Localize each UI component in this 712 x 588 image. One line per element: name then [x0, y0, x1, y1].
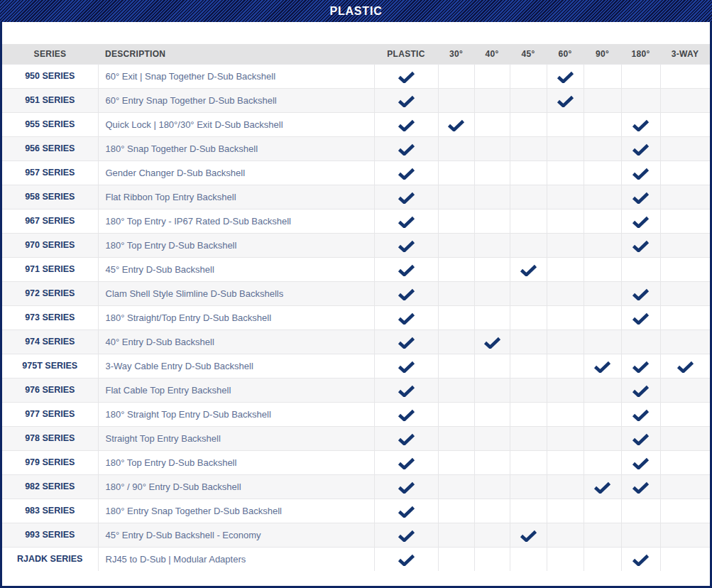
check-cell-3way [660, 474, 710, 499]
check-icon [593, 481, 611, 494]
table-row: 978 SERIESStraight Top Entry Backshell [2, 426, 710, 450]
check-cell-90deg [584, 378, 621, 402]
check-cell-90deg [584, 209, 621, 233]
check-cell-90deg [584, 402, 621, 426]
check-cell-40deg [474, 209, 510, 233]
check-cell-180deg [621, 257, 660, 281]
series-description: 40° Entry D-Sub Backshell [98, 330, 374, 354]
col-header-40deg: 40° [474, 44, 510, 64]
check-cell-60deg [547, 499, 584, 523]
check-cell-45deg [510, 450, 547, 474]
col-header-90deg: 90° [584, 44, 621, 64]
check-icon [398, 554, 415, 566]
check-cell-60deg [547, 523, 584, 547]
check-cell-60deg [547, 450, 584, 474]
series-link[interactable]: 958 SERIES [2, 185, 98, 209]
check-cell-plastic [374, 378, 438, 402]
check-cell-180deg [621, 523, 660, 547]
series-description: 180° Entry Snap Together D-Sub Backshell [98, 499, 374, 523]
series-link[interactable]: 983 SERIES [2, 499, 98, 523]
series-link[interactable]: 967 SERIES [2, 209, 98, 233]
check-cell-30deg [438, 281, 474, 305]
check-cell-180deg [621, 185, 660, 209]
series-link[interactable]: 978 SERIES [2, 426, 98, 450]
check-icon [398, 95, 415, 107]
check-cell-3way [660, 547, 710, 571]
series-link[interactable]: 977 SERIES [2, 402, 98, 426]
check-icon [398, 409, 415, 421]
series-description: 180° / 90° Entry D-Sub Backshell [98, 474, 374, 499]
table-row: 970 SERIES180° Top Entry D-Sub Backshell [2, 233, 710, 257]
check-cell-40deg [474, 185, 510, 209]
col-header-60deg: 60° [547, 44, 584, 64]
table-row: 977 SERIES180° Straight Top Entry D-Sub … [2, 402, 710, 426]
check-cell-90deg [584, 330, 621, 354]
series-link[interactable]: 972 SERIES [2, 281, 98, 305]
check-cell-3way [660, 160, 710, 185]
check-cell-3way [660, 136, 710, 160]
series-description: 3-Way Cable Entry D-Sub Backshell [98, 354, 374, 378]
series-link[interactable]: 993 SERIES [2, 523, 98, 547]
check-cell-180deg [621, 136, 660, 160]
series-link[interactable]: 979 SERIES [2, 450, 98, 474]
series-link[interactable]: 975T SERIES [2, 354, 98, 378]
check-cell-30deg [438, 160, 474, 185]
check-cell-30deg [438, 378, 474, 402]
check-icon [632, 409, 650, 421]
series-link[interactable]: 982 SERIES [2, 474, 98, 499]
check-cell-60deg [547, 426, 584, 450]
series-description: 180° Top Entry D-Sub Backshell [98, 450, 374, 474]
check-cell-90deg [584, 112, 621, 136]
check-icon [632, 143, 650, 156]
check-icon [632, 457, 650, 469]
check-cell-40deg [474, 257, 510, 281]
check-icon [632, 385, 650, 397]
col-header-plastic: PLASTIC [374, 44, 438, 64]
check-icon [520, 530, 537, 542]
table-row: RJADK SERIESRJ45 to D-Sub | Modular Adap… [2, 547, 710, 571]
check-cell-45deg [510, 426, 547, 450]
series-link[interactable]: 956 SERIES [2, 136, 98, 160]
series-link[interactable]: 951 SERIES [2, 88, 98, 112]
check-cell-40deg [474, 378, 510, 402]
col-header-3way: 3-WAY [660, 44, 710, 64]
check-cell-180deg [621, 378, 660, 402]
check-cell-plastic [374, 426, 438, 450]
check-icon [398, 168, 415, 180]
table-row: 967 SERIES180° Top Entry - IP67 Rated D-… [2, 209, 710, 233]
check-icon [632, 554, 650, 566]
check-cell-plastic [374, 330, 438, 354]
table-row: 956 SERIES180° Snap Together D-Sub Backs… [2, 136, 710, 160]
series-description: Clam Shell Style Slimline D-Sub Backshel… [98, 281, 374, 305]
check-cell-3way [660, 233, 710, 257]
check-cell-180deg [621, 354, 660, 378]
series-link[interactable]: 971 SERIES [2, 257, 98, 281]
series-link[interactable]: 955 SERIES [2, 112, 98, 136]
check-cell-40deg [474, 136, 510, 160]
table-row: 973 SERIES180° Straight/Top Entry D-Sub … [2, 305, 710, 330]
series-link[interactable]: 976 SERIES [2, 378, 98, 402]
check-cell-45deg [510, 136, 547, 160]
series-description: 180° Snap Together D-Sub Backshell [98, 136, 374, 160]
series-link[interactable]: 973 SERIES [2, 305, 98, 330]
check-cell-plastic [374, 450, 438, 474]
series-link[interactable]: 970 SERIES [2, 233, 98, 257]
series-link[interactable]: RJADK SERIES [2, 547, 98, 571]
series-link[interactable]: 950 SERIES [2, 64, 98, 88]
check-icon [398, 457, 415, 469]
check-cell-90deg [584, 233, 621, 257]
series-description: 60° Entry Snap Together D-Sub Backshell [98, 88, 374, 112]
check-cell-45deg [510, 112, 547, 136]
check-cell-60deg [547, 474, 584, 499]
check-cell-90deg [584, 523, 621, 547]
check-icon [557, 95, 574, 107]
series-link[interactable]: 974 SERIES [2, 330, 98, 354]
series-link[interactable]: 957 SERIES [2, 160, 98, 185]
check-icon [632, 192, 650, 204]
check-cell-3way [660, 426, 710, 450]
check-cell-90deg [584, 136, 621, 160]
check-cell-30deg [438, 88, 474, 112]
series-description: 180° Straight Top Entry D-Sub Backshell [98, 402, 374, 426]
check-cell-3way [660, 305, 710, 330]
check-cell-90deg [584, 185, 621, 209]
